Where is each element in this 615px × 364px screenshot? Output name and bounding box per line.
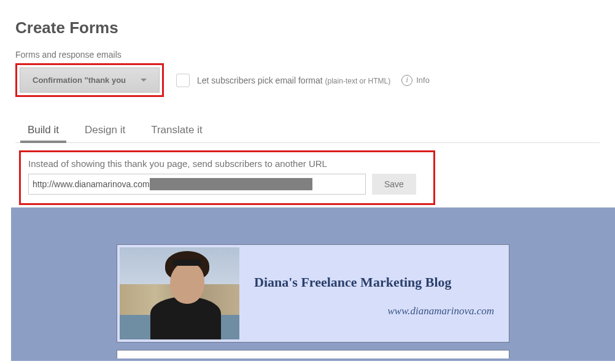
chevron-down-icon (141, 79, 147, 82)
email-format-checkbox[interactable] (176, 74, 190, 87)
form-preview-area: Diana's Freelance Marketing Blog www.dia… (11, 207, 615, 361)
email-body-start (117, 350, 509, 358)
save-button[interactable]: Save (372, 174, 416, 195)
redirect-instruction-label: Instead of showing this thank you page, … (28, 158, 426, 169)
banner-text: Diana's Freelance Marketing Blog www.dia… (239, 247, 506, 339)
info-wrap: i Info (401, 75, 430, 86)
checkbox-main-text: Let subscribers pick email format (197, 76, 323, 85)
tab-translate-it[interactable]: Translate it (151, 120, 202, 142)
checkbox-hint-text: (plain-text or HTML) (325, 77, 391, 85)
banner-title: Diana's Freelance Marketing Blog (254, 274, 500, 290)
author-photo (120, 247, 239, 339)
email-header-banner: Diana's Freelance Marketing Blog www.dia… (117, 244, 509, 343)
redirect-url-value: http://www.dianamarinova.com (33, 179, 150, 189)
form-type-dropdown[interactable]: Confirmation "thank you (20, 68, 160, 93)
top-controls-row: Confirmation "thank you Let subscribers … (15, 63, 600, 97)
banner: Diana's Freelance Marketing Blog www.dia… (117, 245, 509, 342)
email-format-option: Let subscribers pick email format (plain… (176, 74, 430, 87)
builder-tabs: Build it Design it Translate it (15, 120, 600, 143)
dropdown-selected-text: Confirmation "thank you (33, 76, 126, 85)
redacted-block (150, 178, 312, 190)
email-preview-wrap: Diana's Freelance Marketing Blog www.dia… (117, 244, 509, 361)
redirect-url-row: http://www.dianamarinova.com Save (28, 174, 426, 195)
info-label: Info (416, 76, 430, 85)
tab-build-it[interactable]: Build it (28, 120, 59, 142)
dropdown-highlight: Confirmation "thank you (15, 63, 164, 97)
banner-url: www.dianamarinova.com (254, 305, 500, 317)
redirect-url-box: Instead of showing this thank you page, … (19, 150, 435, 205)
info-icon[interactable]: i (401, 75, 412, 86)
email-format-label: Let subscribers pick email format (plain… (197, 76, 390, 85)
redirect-url-input[interactable]: http://www.dianamarinova.com (28, 174, 366, 195)
page-title: Create Forms (15, 18, 600, 37)
tab-design-it[interactable]: Design it (85, 120, 125, 142)
forms-response-label: Forms and response emails (15, 50, 600, 60)
